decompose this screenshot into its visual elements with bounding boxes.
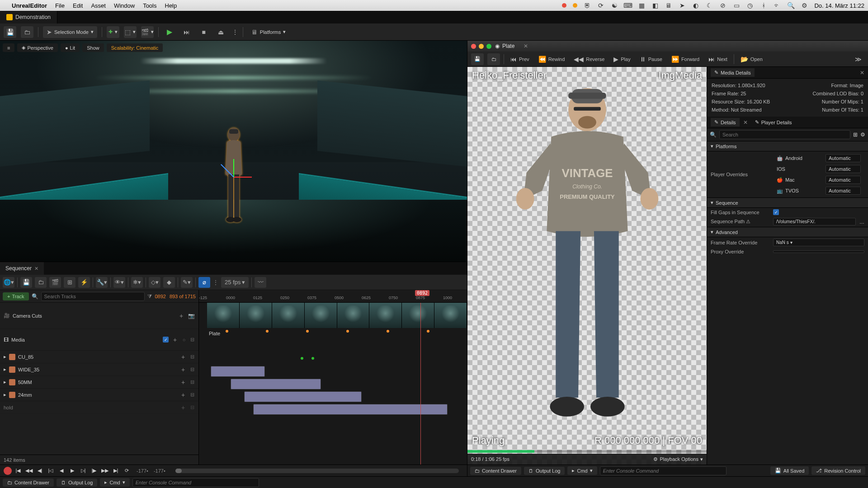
app2-icon[interactable]: ◐ <box>692 2 699 9</box>
expand-button[interactable]: ≫ <box>852 54 864 64</box>
chevron-icon[interactable]: ▸ <box>4 354 6 360</box>
sequence-path-input[interactable]: /Volumes/ThiesFX/. <box>773 218 856 225</box>
android-player-select[interactable]: Automatic <box>826 154 861 162</box>
console-input[interactable] <box>600 466 726 475</box>
section-sequence[interactable]: ▾ Sequence <box>707 197 868 208</box>
record-button[interactable] <box>4 467 12 475</box>
mac-player-select[interactable]: Automatic <box>826 176 861 184</box>
track-shot[interactable]: ▸ WIDE_35 +⊟ <box>0 363 198 376</box>
range-end[interactable]: -177• <box>154 468 165 474</box>
curve-btn[interactable]: 〰 <box>255 277 266 288</box>
menu-window[interactable]: Window <box>114 2 135 9</box>
timeline-tracks[interactable]: Plate <box>199 303 467 465</box>
lit-button[interactable]: ● Lit <box>61 43 80 52</box>
chevron-icon[interactable]: ▸ <box>4 379 6 385</box>
close-icon[interactable]: ✕ <box>743 119 748 126</box>
fps-button[interactable]: 25 fps ▾ <box>221 277 249 288</box>
director-button[interactable]: ⊞ <box>64 277 75 288</box>
play-seq-button[interactable]: ▶ <box>68 467 77 475</box>
step-fwd-button[interactable]: ▶▶ <box>100 467 109 475</box>
cmd-button[interactable]: ▸ Cmd ▾ <box>100 478 129 487</box>
menu-file[interactable]: File <box>55 2 65 9</box>
track-shot[interactable]: ▸ CU_85 +⊟ <box>0 351 198 363</box>
range-start[interactable]: -177• <box>137 468 148 474</box>
ios-player-select[interactable]: Automatic <box>826 165 861 173</box>
close-window-icon[interactable] <box>471 44 476 49</box>
view-button[interactable]: 👁▾ <box>113 277 125 288</box>
actions-button[interactable]: ⚡ <box>78 277 90 288</box>
menu-asset[interactable]: Asset <box>91 2 106 9</box>
maximize-window-icon[interactable] <box>486 44 491 49</box>
next-button[interactable]: ⏭Next <box>706 54 730 64</box>
save-seq-button[interactable]: 💾 <box>20 277 32 288</box>
keyboard-icon[interactable]: ⌨ <box>624 2 632 9</box>
open-button[interactable]: 📂Open <box>738 54 765 64</box>
document-tab[interactable]: Demonstration <box>0 11 57 23</box>
perspective-button[interactable]: ◈ Perspective <box>17 43 57 52</box>
framerate-select[interactable]: NaN s ▾ <box>773 239 864 246</box>
globe-icon[interactable]: ☯ <box>611 2 618 9</box>
goto-start-button[interactable]: |◀ <box>14 467 23 475</box>
cmd-button[interactable]: ▸ Cmd ▾ <box>567 466 597 475</box>
sync-icon[interactable]: ⟳ <box>597 2 604 9</box>
media-details-tab[interactable]: ✎ Media Details <box>711 68 755 77</box>
dnd-icon[interactable]: ⊘ <box>719 2 726 9</box>
minimize-window-icon[interactable] <box>479 44 484 49</box>
transform-gizmo[interactable] <box>234 177 261 204</box>
plus-icon[interactable]: + <box>179 379 187 386</box>
console-input[interactable] <box>132 478 259 487</box>
track-media[interactable]: 🎞 Media ✓ + ○ ⊟ <box>0 329 198 351</box>
menu-edit[interactable]: Edit <box>73 2 83 9</box>
content-drawer-button[interactable]: 🗀 Content Drawer <box>470 467 521 475</box>
sequencer-tab[interactable]: Sequencer ✕ <box>0 262 44 275</box>
chevron-icon[interactable]: ▸ <box>4 366 6 372</box>
track-search-input[interactable] <box>41 292 145 301</box>
step-back-button[interactable]: ◀◀ <box>24 467 33 475</box>
grid-view-icon[interactable]: ⊞ <box>853 131 858 138</box>
playhead-frame[interactable]: 0892 <box>415 290 429 296</box>
key-btn[interactable]: ◇▾ <box>149 277 160 288</box>
section-platforms[interactable]: ▾ Platforms <box>707 141 868 151</box>
scrub-bar[interactable] <box>467 450 707 453</box>
close-tab-icon[interactable]: ✕ <box>524 43 528 49</box>
viewport-menu-button[interactable]: ≡ <box>3 43 14 52</box>
clip-bar[interactable] <box>253 404 448 415</box>
menu-help[interactable]: Help <box>165 2 177 9</box>
track-camera-cuts[interactable]: 🎥 Camera Cuts + 📷 <box>0 303 198 329</box>
details-search-input[interactable] <box>719 130 850 139</box>
battery-icon[interactable]: ▭ <box>733 2 740 9</box>
eject-button[interactable]: ⏏ <box>215 26 227 38</box>
output-log-button[interactable]: 🗒 Output Log <box>524 467 565 475</box>
plus-icon[interactable]: + <box>179 366 187 373</box>
pause-button[interactable]: ⏸Pause <box>637 54 665 64</box>
platforms-button[interactable]: 🖥 Platforms ▾ <box>248 26 289 38</box>
chevron-icon[interactable]: ▸ <box>4 392 6 398</box>
play-button[interactable]: ▶ <box>163 26 176 38</box>
prev-key-button[interactable]: |◁ <box>46 467 55 475</box>
clock-icon[interactable]: ◷ <box>746 2 754 9</box>
autokey-btn[interactable]: ◆ <box>163 277 175 288</box>
clip-bar[interactable] <box>231 379 321 389</box>
marketplace-button[interactable]: ⬚▾ <box>124 26 137 38</box>
playback-options-button[interactable]: ⚙ Playback Options ▾ <box>653 456 703 462</box>
clip-bar[interactable] <box>244 391 362 402</box>
add-track-button[interactable]: + Track <box>3 292 29 300</box>
content-drawer-button[interactable]: 🗀 Content Drawer <box>3 479 54 487</box>
rewind-button[interactable]: ⏪Rewind <box>536 54 568 64</box>
save-asset-button[interactable]: 💾 <box>471 53 484 65</box>
menu-tools[interactable]: Tools <box>143 2 156 9</box>
control-center-icon[interactable]: ⚙ <box>801 2 808 9</box>
track-shot[interactable]: hold +⊟ <box>0 401 198 414</box>
fill-gaps-checkbox[interactable]: ✓ <box>773 209 779 215</box>
range-slider[interactable] <box>175 469 459 473</box>
plate-titlebar[interactable]: ◉Plate ✕ <box>467 41 868 52</box>
playhead[interactable] <box>420 303 421 465</box>
edit-btn[interactable]: ✎▾ <box>181 277 193 288</box>
all-saved-button[interactable]: 💾 All Saved <box>770 466 809 475</box>
render-button[interactable]: 🎬 <box>49 277 61 288</box>
add-content-button[interactable]: ✚▾ <box>107 26 119 38</box>
checkbox-icon[interactable]: ✓ <box>163 337 169 343</box>
save-button[interactable]: 💾 <box>4 26 16 38</box>
key-icon[interactable]: ○ <box>181 337 187 343</box>
plus-icon[interactable]: + <box>178 312 185 319</box>
